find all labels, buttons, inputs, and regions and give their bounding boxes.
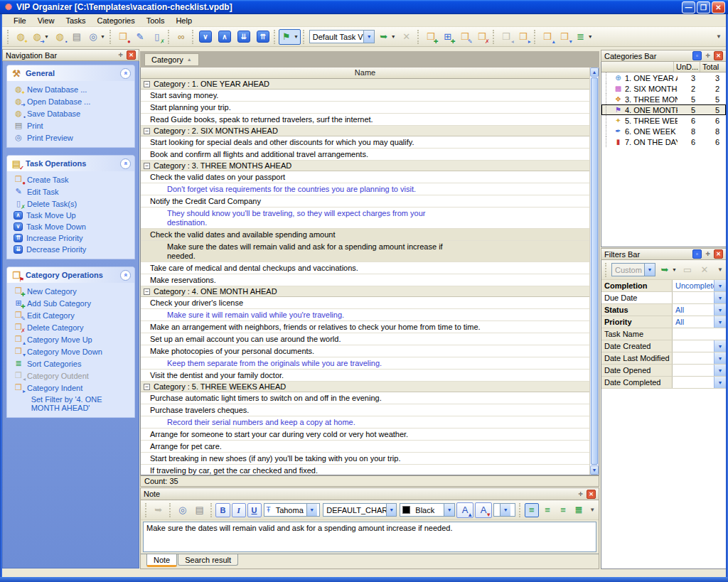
- task-row[interactable]: −Set up an email account you can use aro…: [141, 333, 589, 345]
- collapse-icon[interactable]: −: [144, 81, 150, 87]
- task-row[interactable]: −Make photocopies of your personal docum…: [141, 345, 589, 357]
- chevron-down-icon[interactable]: ▼: [363, 31, 373, 43]
- nav-item-task-move-up[interactable]: ∧Task Move Up: [9, 210, 133, 221]
- close-button[interactable]: ✕: [712, 1, 725, 14]
- toolbar-button-new-database[interactable]: ◍✦▼: [12, 29, 29, 45]
- task-row[interactable]: −Take care of medical and dental checkup…: [141, 262, 589, 274]
- filter-row[interactable]: Date Created▼: [601, 340, 726, 352]
- task-row[interactable]: −Start saving money.: [141, 90, 589, 102]
- toolbar-grip[interactable]: [7, 30, 10, 44]
- category-item-cat-globe[interactable]: ⊕1. ONE YEAR AHEAD33: [601, 72, 726, 83]
- filter-row[interactable]: CompletionUncompleted▼: [601, 280, 726, 292]
- category-item-cat-pen[interactable]: ✒6. ONE WEEK AHEAD88: [601, 126, 726, 136]
- toolbar-button-task-move-up[interactable]: ∧▼: [216, 29, 233, 45]
- toolbar-button-add-sub-category[interactable]: ⊞✚▼: [439, 29, 456, 45]
- nav-item-delete-category[interactable]: ❒✗Delete Category: [9, 321, 133, 333]
- filter-preset-combo[interactable]: Custom ▼: [611, 263, 655, 276]
- nav-item-new-category[interactable]: ❒✚New Category: [9, 285, 133, 297]
- task-row[interactable]: −Read Guide books, speak to returned tra…: [141, 114, 589, 126]
- nav-group-category-operations-header[interactable]: ❒⚑ Category Operations «: [7, 267, 134, 283]
- toolbar-grip[interactable]: [493, 30, 496, 44]
- column-total[interactable]: Total: [700, 62, 726, 72]
- clear-filter-button[interactable]: ▭: [679, 262, 696, 278]
- chevron-down-icon[interactable]: ▼: [714, 365, 726, 376]
- italic-button[interactable]: I: [232, 503, 246, 517]
- note-editor[interactable]: Make sure the dates will remain valid an…: [143, 522, 596, 552]
- menu-item[interactable]: Help: [170, 15, 198, 26]
- nav-item-decrease-priority[interactable]: ⇊Decrease Priority: [9, 244, 133, 255]
- nav-item-open-database[interactable]: ◍➜Open Database ...: [9, 95, 133, 107]
- task-row[interactable]: −Start breaking in new shoes (if any) yo…: [141, 453, 589, 465]
- filter-row[interactable]: Date Opened▼: [601, 365, 726, 377]
- chevron-down-icon[interactable]: ▼: [714, 280, 726, 291]
- toolbar-button-decrease-priority[interactable]: ⇊▼: [235, 29, 252, 45]
- task-row[interactable]: −Category : 2. SIX MONTHS AHEAD: [141, 126, 589, 136]
- bold-button[interactable]: B: [215, 503, 230, 517]
- underline-button[interactable]: U: [247, 503, 262, 517]
- task-row[interactable]: −Start planning your trip.: [141, 102, 589, 114]
- restore-button[interactable]: ❐: [697, 1, 710, 14]
- chevron-down-icon[interactable]: ▼: [588, 34, 593, 39]
- collapse-icon[interactable]: −: [144, 289, 150, 295]
- nav-item-create-task[interactable]: ❒●Create Task: [9, 173, 133, 185]
- bullets-button[interactable]: ≣: [572, 503, 586, 517]
- decrease-font-button[interactable]: A▼: [475, 502, 492, 518]
- chevron-down-icon[interactable]: ▼: [714, 352, 726, 364]
- task-row[interactable]: −Category : 1. ONE YEAR AHEAD: [141, 79, 589, 90]
- filter-row[interactable]: Date Completed▼: [601, 377, 726, 389]
- nav-item-delete-task[interactable]: ▯✗Delete Task(s): [9, 198, 133, 210]
- filter-row[interactable]: PriorityAll▼: [601, 316, 726, 328]
- nav-item-save-database[interactable]: ◍▪Save Database: [9, 107, 133, 119]
- nav-item-sort-categories[interactable]: ≣Sort Categories: [9, 357, 133, 370]
- scroll-up-icon[interactable]: ▲: [590, 68, 599, 77]
- toolbar-grip[interactable]: [417, 30, 420, 44]
- close-icon[interactable]: ✕: [714, 51, 723, 60]
- nav-item-category-move-down[interactable]: ❒▾Category Move Down: [9, 345, 133, 357]
- toolbar-button-category-move-up[interactable]: ❒▴▼: [539, 29, 556, 45]
- task-row[interactable]: −Check the valid dates and available spe…: [141, 229, 589, 241]
- task-row[interactable]: −Make reservations.: [141, 274, 589, 286]
- chevron-down-icon[interactable]: ▼: [44, 34, 49, 39]
- toolbar-grip[interactable]: [534, 30, 537, 44]
- increase-font-button[interactable]: A▲: [456, 502, 473, 518]
- nav-item-increase-priority[interactable]: ⇈Increase Priority: [9, 232, 133, 244]
- nav-item-edit-category[interactable]: ❒✎Edit Category: [9, 309, 133, 321]
- close-icon[interactable]: ✕: [587, 490, 596, 499]
- toolbar-button-category-move-down[interactable]: ❒▾▼: [556, 29, 573, 45]
- filter-row[interactable]: Task Name▼: [601, 328, 726, 340]
- category-item-cat-key[interactable]: ✦5. THREE WEEKS AHEAD66: [601, 115, 726, 126]
- toolbar-button-open-database[interactable]: ◍➜▼: [29, 29, 51, 45]
- task-row[interactable]: −They should know you'll be traveling, s…: [141, 208, 589, 229]
- toolbar-grip[interactable]: [605, 263, 608, 277]
- close-icon[interactable]: ✕: [714, 249, 723, 259]
- toolbar-button-clear-filter[interactable]: ✕▼: [398, 29, 415, 45]
- align-center-button[interactable]: ≡: [540, 503, 555, 517]
- charset-combo[interactable]: DEFAULT_CHAR ▼: [323, 503, 397, 517]
- align-left-button[interactable]: ≡: [525, 503, 539, 517]
- column-undone[interactable]: UnD...: [673, 62, 700, 72]
- font-combo[interactable]: Ŧ Tahoma ▼: [264, 503, 321, 517]
- toolbar-button-print[interactable]: ▤▼: [68, 29, 85, 45]
- toolbar-overflow-icon[interactable]: ▼: [717, 266, 724, 273]
- menu-item[interactable]: Tools: [141, 15, 171, 26]
- nav-item[interactable]: Set Filter by '4. ONE MONTH AHEAD': [9, 394, 133, 414]
- chevron-down-icon[interactable]: ▼: [644, 264, 655, 276]
- note-tab[interactable]: Note: [146, 554, 177, 567]
- toolbar-grip[interactable]: [519, 503, 522, 517]
- delete-filter-button[interactable]: ✕: [696, 262, 713, 278]
- category-item-cat-gift[interactable]: ▩2. SIX MONTHS AHEAD22: [601, 83, 726, 94]
- toolbar-grip[interactable]: [109, 30, 112, 44]
- toolbar-button-category-outdent[interactable]: ❒◂▼: [498, 29, 515, 45]
- nav-item-edit-task[interactable]: ✎Edit Task: [9, 185, 133, 198]
- collapse-icon[interactable]: −: [144, 384, 150, 390]
- nav-group-general-header[interactable]: ⚒ General «: [7, 65, 134, 81]
- task-row[interactable]: −Record their serial numbers and keep a …: [141, 416, 589, 429]
- task-row[interactable]: −Make sure it will remain valid while yo…: [141, 309, 589, 321]
- task-row[interactable]: −Notify the Credit Card Company: [141, 195, 589, 208]
- collapse-icon[interactable]: −: [144, 128, 150, 134]
- close-icon[interactable]: ✕: [127, 50, 136, 60]
- collapse-icon[interactable]: −: [144, 163, 150, 169]
- chevron-down-icon[interactable]: ▼: [714, 304, 726, 316]
- zoom-combo[interactable]: ▼: [493, 503, 515, 517]
- toolbar-grip[interactable]: [169, 503, 172, 517]
